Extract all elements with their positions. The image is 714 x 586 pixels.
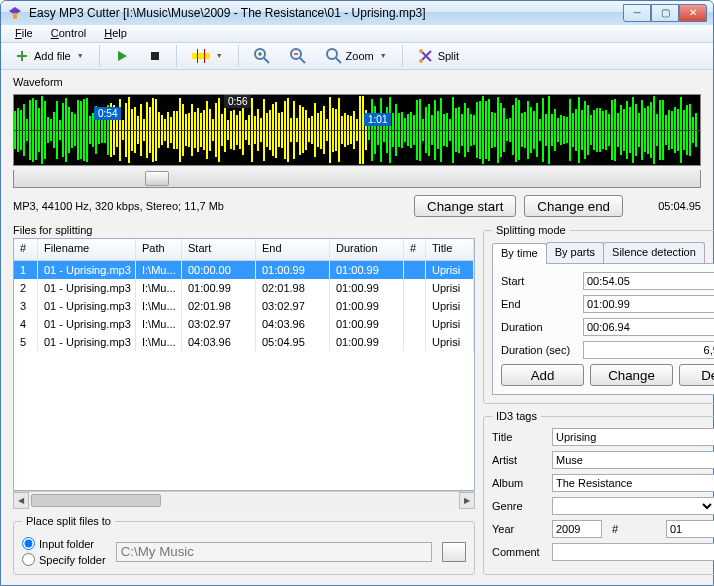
- col-num2[interactable]: #: [404, 239, 426, 260]
- add-button[interactable]: Add: [501, 364, 584, 386]
- zoom-in-button[interactable]: [247, 44, 277, 68]
- hscroll-thumb[interactable]: [31, 494, 161, 507]
- app-icon: [7, 5, 23, 21]
- id3-comment-input[interactable]: [552, 543, 714, 561]
- plus-icon: [14, 48, 30, 64]
- col-path[interactable]: Path: [136, 239, 182, 260]
- menubar: File Control Help: [1, 25, 713, 43]
- id3-legend: ID3 tags: [492, 410, 541, 422]
- table-row[interactable]: 301 - Uprising.mp3I:\Mu...02:01.9803:02.…: [14, 297, 474, 315]
- change-start-button[interactable]: Change start: [414, 195, 516, 217]
- zoom-out-icon: [290, 48, 306, 64]
- svg-rect-0: [151, 52, 159, 60]
- start-input[interactable]: [583, 272, 714, 290]
- scissors-icon: [418, 48, 434, 64]
- scroll-right-arrow[interactable]: ▶: [459, 492, 475, 509]
- col-filename[interactable]: Filename: [38, 239, 136, 260]
- zoom-button[interactable]: Zoom▼: [319, 44, 394, 68]
- selection-end-marker[interactable]: 1:01: [364, 113, 391, 126]
- id3-track-input[interactable]: [666, 520, 714, 538]
- scroll-left-arrow[interactable]: ◀: [13, 492, 29, 509]
- files-table: # Filename Path Start End Duration # Tit…: [13, 238, 475, 491]
- play-button[interactable]: [108, 44, 136, 68]
- svg-point-8: [419, 59, 423, 63]
- input-folder-radio[interactable]: Input folder: [22, 537, 106, 550]
- stop-button[interactable]: [142, 44, 168, 68]
- id3-title-input[interactable]: [552, 428, 714, 446]
- add-file-button[interactable]: Add file ▼: [7, 44, 91, 68]
- zoom-out-button[interactable]: [283, 44, 313, 68]
- change-button[interactable]: Change: [590, 364, 673, 386]
- output-path-input: [116, 542, 432, 562]
- close-button[interactable]: ✕: [679, 4, 707, 22]
- maximize-button[interactable]: ▢: [651, 4, 679, 22]
- playhead-marker[interactable]: 0:56: [224, 95, 251, 108]
- splitmode-legend: Splitting mode: [492, 224, 570, 236]
- col-title[interactable]: Title: [426, 239, 474, 260]
- svg-rect-3: [204, 49, 205, 63]
- tab-by-time[interactable]: By time: [492, 243, 547, 264]
- waveform-selection-icon: [192, 49, 210, 63]
- zoom-in-icon: [254, 48, 270, 64]
- tab-by-parts[interactable]: By parts: [546, 242, 604, 263]
- table-row[interactable]: 101 - Uprising.mp3I:\Mu...00:00.0001:00.…: [14, 261, 474, 279]
- files-label: Files for splitting: [13, 224, 475, 236]
- dropdown-arrow-icon: ▼: [77, 52, 84, 59]
- change-end-button[interactable]: Change end: [524, 195, 623, 217]
- col-num[interactable]: #: [14, 239, 38, 260]
- end-input[interactable]: [583, 295, 714, 313]
- play-icon: [115, 49, 129, 63]
- id3-year-input[interactable]: [552, 520, 602, 538]
- menu-control[interactable]: Control: [43, 25, 94, 41]
- place-legend: Place split files to: [22, 515, 115, 527]
- split-button[interactable]: Split: [411, 44, 466, 68]
- waveform-display[interactable]: 0:54 0:56 1:01: [13, 94, 701, 166]
- svg-rect-1: [192, 53, 210, 59]
- total-time: 05:04.95: [631, 200, 701, 212]
- selection-start-marker[interactable]: 0:54: [94, 107, 121, 120]
- waveform-scrollbar[interactable]: [13, 170, 701, 188]
- tab-silence[interactable]: Silence detection: [603, 242, 705, 263]
- col-duration[interactable]: Duration: [330, 239, 404, 260]
- id3-genre-select[interactable]: [552, 497, 714, 515]
- titlebar[interactable]: Easy MP3 Cutter [I:\Music\Muse\2009 - Th…: [1, 1, 713, 25]
- waveform-label: Waveform: [13, 76, 701, 88]
- table-header: # Filename Path Start End Duration # Tit…: [14, 239, 474, 261]
- duration-sec-input[interactable]: [583, 341, 714, 359]
- selection-button[interactable]: ▼: [185, 44, 230, 68]
- delete-button[interactable]: Delete: [679, 364, 714, 386]
- svg-rect-2: [197, 49, 198, 63]
- toolbar: Add file ▼ ▼ Zoom▼ Split: [1, 43, 713, 70]
- stop-icon: [149, 50, 161, 62]
- file-info: MP3, 44100 Hz, 320 kbps, Stereo; 11,7 Mb: [13, 200, 406, 212]
- menu-file[interactable]: File: [7, 25, 41, 41]
- svg-point-6: [327, 49, 337, 59]
- duration-input[interactable]: [583, 318, 714, 336]
- specify-folder-radio[interactable]: Specify folder: [22, 553, 106, 566]
- table-row[interactable]: 501 - Uprising.mp3I:\Mu...04:03.9605:04.…: [14, 333, 474, 351]
- col-end[interactable]: End: [256, 239, 330, 260]
- scrollbar-thumb[interactable]: [145, 171, 169, 186]
- table-hscrollbar[interactable]: ◀ ▶: [13, 491, 475, 509]
- menu-help[interactable]: Help: [96, 25, 135, 41]
- col-start[interactable]: Start: [182, 239, 256, 260]
- browse-button[interactable]: [442, 542, 466, 562]
- minimize-button[interactable]: ─: [623, 4, 651, 22]
- zoom-icon: [326, 48, 342, 64]
- id3-album-input[interactable]: [552, 474, 714, 492]
- table-row[interactable]: 401 - Uprising.mp3I:\Mu...03:02.9704:03.…: [14, 315, 474, 333]
- window-title: Easy MP3 Cutter [I:\Music\Muse\2009 - Th…: [29, 6, 623, 20]
- table-row[interactable]: 201 - Uprising.mp3I:\Mu...01:00.9902:01.…: [14, 279, 474, 297]
- id3-artist-input[interactable]: [552, 451, 714, 469]
- svg-point-7: [419, 49, 423, 53]
